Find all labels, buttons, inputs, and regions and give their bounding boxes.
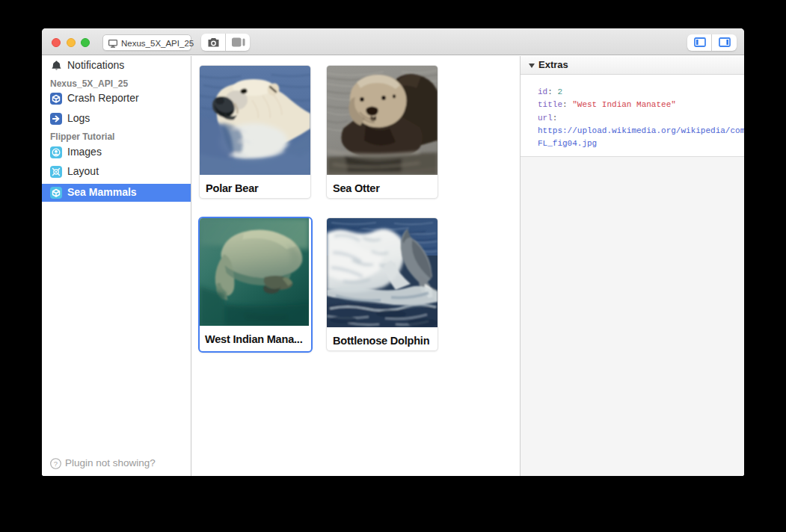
svg-text:?: ? bbox=[54, 460, 58, 468]
